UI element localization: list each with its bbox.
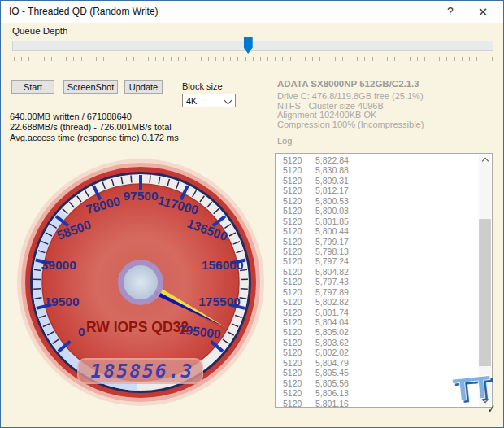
tweaktown-watermark: TT TT ✓	[450, 365, 500, 419]
log-row[interactable]: 51205,802.02	[276, 347, 479, 357]
log-label: Log	[277, 136, 292, 146]
gauge-title: RW IOPS QD32	[86, 319, 189, 335]
update-button[interactable]: Update	[124, 80, 163, 94]
log-row[interactable]: 51205,800.53	[276, 196, 479, 206]
log-row[interactable]: 51205,801.74	[276, 308, 479, 317]
drive-compression: Compression 100% (Incompressible)	[277, 120, 424, 129]
log-row[interactable]: 51205,800.03	[276, 206, 479, 216]
log-row[interactable]: 51205,809.31	[276, 176, 479, 186]
gauge-scale-label: 97500	[123, 189, 158, 203]
gauge-scale-label: 0	[78, 325, 85, 338]
drive-free-space: Drive C: 476.8/119.8GB free (25.1%)	[277, 91, 424, 101]
drive-model: ADATA SX8000NP 512GB/C2.1.3	[277, 79, 419, 89]
log-rows: 51205,822.8451205,830.8851205,809.315120…	[276, 155, 479, 408]
log-row[interactable]: 51205,804.04	[276, 317, 479, 327]
close-button[interactable]: ✕	[472, 4, 493, 20]
queue-depth-slider-thumb[interactable]	[244, 37, 253, 54]
log-row[interactable]: 51205,798.13	[276, 247, 479, 256]
log-row[interactable]: 51205,806.13	[276, 388, 479, 398]
log-row[interactable]: 51205,800.44	[276, 226, 479, 236]
block-size-dropdown[interactable]: 4K	[182, 94, 236, 107]
gauge-scale-label: 39000	[41, 258, 76, 272]
written-stat: 640.00MB written / 671088640	[10, 111, 132, 121]
log-row[interactable]: 51205,797.43	[276, 277, 479, 286]
log-row[interactable]: 51205,830.88	[276, 165, 479, 175]
log-row[interactable]: 51205,812.17	[276, 186, 479, 195]
block-size-value: 4K	[186, 96, 197, 106]
log-row[interactable]: 51205,804.79	[276, 358, 479, 368]
gauge-scale-label: 175500	[198, 295, 241, 308]
digital-display-value: 185856.3	[91, 360, 194, 382]
gauge-scale-label: 19500	[44, 295, 79, 308]
log-row[interactable]: 51205,805.02	[276, 327, 479, 337]
start-button[interactable]: Start	[11, 80, 54, 94]
log-row[interactable]: 51205,799.17	[276, 237, 479, 247]
log-row[interactable]: 51205,804.82	[276, 267, 479, 277]
log-row[interactable]: 51205,805.56	[276, 378, 479, 388]
window-title: IO - Threaded QD (Random Write)	[9, 6, 159, 17]
screenshot-button[interactable]: ScreenShot	[63, 80, 118, 94]
log-row[interactable]: 51205,803.62	[276, 338, 479, 347]
access-time-stat: Avg.access time (response time) 0.172 ms	[10, 133, 179, 142]
log-row[interactable]: 51205,822.84	[276, 155, 479, 165]
gauge-scale-label: 156000	[202, 258, 244, 272]
chevron-down-icon	[224, 97, 232, 105]
checkmark-icon: ✓	[486, 402, 496, 415]
log-row[interactable]: 51205,797.24	[276, 256, 479, 266]
dialog-window: IO - Threaded QD (Random Write) ? ✕ Queu…	[0, 0, 504, 428]
log-row[interactable]: 51205,801.85	[276, 216, 479, 226]
title-bar: IO - Threaded QD (Random Write) ? ✕	[1, 1, 503, 23]
watermark-text: TT	[451, 369, 493, 408]
help-button[interactable]: ?	[440, 4, 461, 20]
arrow-up-icon	[481, 158, 488, 164]
log-row[interactable]: 51205,801.16	[276, 399, 479, 408]
queue-depth-slider-ticks	[14, 57, 493, 61]
log-row[interactable]: 51205,805.45	[276, 368, 479, 378]
scroll-up-button[interactable]	[479, 155, 491, 166]
queue-depth-slider-track[interactable]	[12, 41, 493, 51]
scrollbar-thumb[interactable]	[479, 219, 491, 366]
queue-depth-label: Queue Depth	[12, 26, 67, 36]
log-row[interactable]: 51205,797.89	[276, 287, 479, 297]
log-row[interactable]: 51205,802.82	[276, 297, 479, 307]
drive-alignment: Alignment 102400KB OK	[277, 110, 376, 120]
speed-stat: 22.688MB/s (thread) - 726.001MB/s total	[10, 122, 172, 132]
iops-gauge: 0195003900058500780009750011700013650015…	[15, 157, 266, 408]
block-size-label: Block size	[182, 81, 223, 91]
